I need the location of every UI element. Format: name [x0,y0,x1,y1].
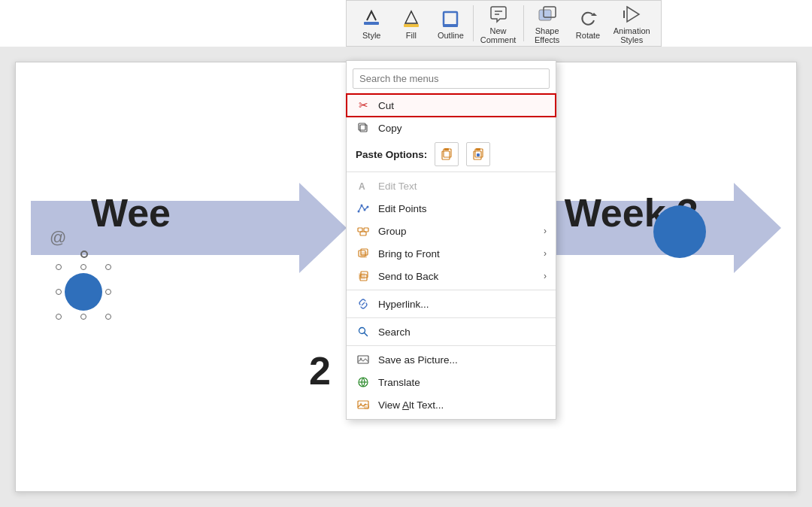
svg-rect-26 [364,228,368,232]
svg-rect-3 [443,24,458,27]
rotate-label: Rotate [576,31,600,40]
handle-top-left[interactable] [56,264,62,270]
svg-rect-2 [444,12,457,26]
svg-text:A: A [359,181,365,192]
group-chevron: › [544,226,547,236]
menu-item-copy[interactable]: Copy [347,117,556,139]
hyperlink-icon [356,296,371,311]
menu-sep-1 [347,172,556,172]
selected-shape-container[interactable] [57,266,110,318]
fill-label: Fill [406,31,417,40]
style-label: Style [362,31,380,40]
selected-blue-circle[interactable] [65,273,102,311]
edit-points-label: Edit Points [378,203,427,214]
copy-label: Copy [378,123,402,134]
at-symbol: @ [50,228,66,247]
send-to-back-icon [356,269,371,284]
svg-marker-9 [627,7,639,22]
svg-rect-6 [539,10,551,20]
svg-rect-27 [360,232,366,235]
svg-rect-25 [358,228,362,232]
style-icon [359,7,383,31]
bring-to-front-chevron: › [544,248,547,259]
menu-item-search[interactable]: Search [347,320,556,343]
new-comment-icon [486,2,511,26]
edit-points-icon [356,201,371,216]
handle-bottom-right[interactable] [105,314,111,320]
menu-item-translate[interactable]: Translate [347,371,556,393]
cut-icon: ✂ [356,98,371,113]
svg-rect-12 [359,123,365,130]
menu-sep-2 [347,290,556,290]
svg-text:alt: alt [365,405,369,409]
search-box-container [347,64,556,94]
number-label: 2 [309,348,331,393]
outline-label: Outline [438,31,464,40]
handle-mid-right[interactable] [105,289,111,295]
shape-effects-label: Shape Effects [529,26,566,44]
menu-item-edit-text: A Edit Text [347,175,556,197]
menu-item-hyperlink[interactable]: Hyperlink... [347,293,556,315]
view-alt-text-label: View Alt Text... [378,399,444,411]
toolbar-outline[interactable]: Outline [432,4,470,43]
svg-rect-1 [404,24,419,27]
paste-options-label: Paste Options: [356,149,427,160]
toolbar: Style Fill Outline New Comme [346,0,662,47]
svg-rect-19 [477,153,480,156]
svg-line-35 [365,333,368,336]
menu-item-group[interactable]: Group › [347,220,556,242]
handle-top-right[interactable] [105,264,111,270]
paste-btn-2[interactable] [466,142,490,166]
group-icon [356,223,371,238]
menu-sep-4 [347,345,556,346]
handle-bottom-mid[interactable] [80,314,86,320]
svg-point-24 [367,206,369,208]
copy-icon [356,120,371,135]
svg-rect-18 [476,148,480,150]
toolbar-new-comment[interactable]: New Comment [477,0,520,47]
menu-item-view-alt-text[interactable]: alt View Alt Text... [347,393,556,416]
toolbar-shape-effects[interactable]: Shape Effects [527,0,568,47]
search-label: Search [378,326,411,338]
send-to-back-chevron: › [544,271,547,281]
edit-text-label: Edit Text [378,181,417,192]
save-as-picture-icon [356,352,371,367]
menu-item-save-as-picture[interactable]: Save as Picture... [347,348,556,371]
handle-top-mid[interactable] [80,264,86,270]
search-menus-input[interactable] [353,68,550,89]
toolbar-sep-2 [523,5,524,41]
shape-effects-icon [535,2,559,26]
svg-point-23 [364,209,366,211]
animation-styles-icon [620,2,644,26]
toolbar-animation-styles[interactable]: Animation Styles [608,0,655,47]
view-alt-text-icon: alt [356,397,371,412]
group-label: Group [378,226,407,237]
paste-btn-1[interactable] [435,142,459,166]
rotate-handle[interactable] [80,250,88,258]
edit-text-icon: A [356,178,371,193]
menu-sep-3 [347,317,556,318]
paste-options-row: Paste Options: [347,139,556,169]
menu-item-send-to-back[interactable]: Send to Back › [347,265,556,287]
fill-icon [399,7,423,31]
save-as-picture-label: Save as Picture... [378,354,458,366]
bring-to-front-label: Bring to Front [378,248,440,260]
blue-circle-shape [653,205,706,258]
toolbar-rotate[interactable]: Rotate [569,4,607,43]
svg-rect-0 [364,22,379,25]
left-arrow-shape [31,183,347,273]
animation-styles-label: Animation Styles [610,26,653,44]
menu-item-bring-to-front[interactable]: Bring to Front › [347,242,556,265]
toolbar-style[interactable]: Style [353,4,391,43]
svg-rect-15 [444,148,449,150]
handle-bottom-left[interactable] [56,314,62,320]
search-icon [356,324,371,339]
menu-item-cut[interactable]: ✂ Cut [347,94,556,117]
menu-item-edit-points[interactable]: Edit Points [347,197,556,220]
toolbar-sep-1 [473,5,474,41]
toolbar-fill[interactable]: Fill [392,4,431,43]
week-left-label: Wee [91,190,171,235]
handle-mid-left[interactable] [56,289,62,295]
hyperlink-label: Hyperlink... [378,299,429,310]
svg-point-21 [358,211,360,213]
